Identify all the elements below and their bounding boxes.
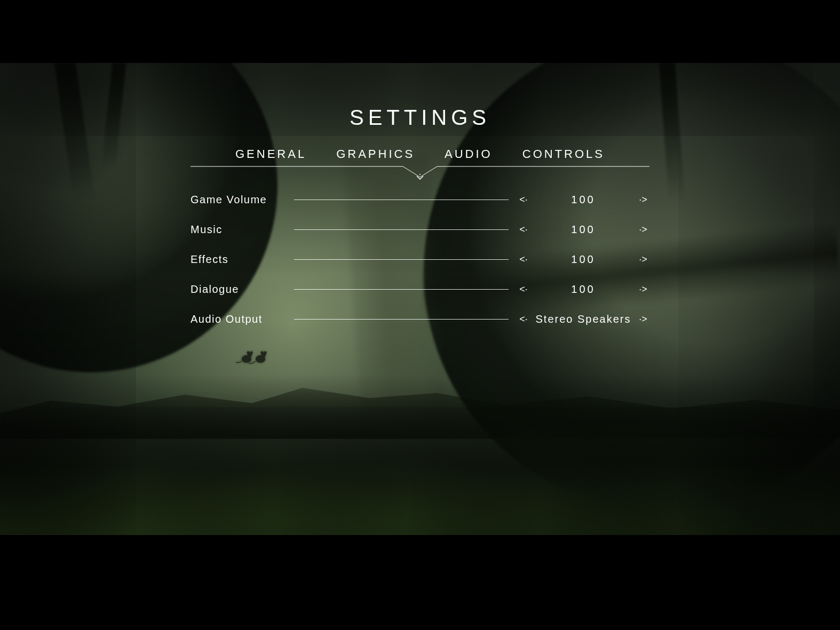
tab-graphics[interactable]: GRAPHICS: [336, 147, 415, 161]
divider-line: [294, 259, 509, 260]
music-stepper[interactable]: <· 100 ·>: [517, 223, 649, 236]
arrow-left-icon[interactable]: <·: [517, 223, 530, 236]
option-music: Music <· 100 ·>: [191, 223, 649, 236]
tabs-underline: [191, 165, 649, 180]
letterbox-top: [0, 0, 840, 63]
tabs: GENERAL GRAPHICS AUDIO CONTROLS: [191, 147, 649, 180]
divider-line: [294, 229, 509, 230]
option-game-volume: Game Volume <· 100 ·>: [191, 193, 649, 206]
option-label: Audio Output: [191, 313, 292, 325]
tab-audio[interactable]: AUDIO: [445, 147, 493, 161]
divider-line: [294, 289, 509, 290]
option-label: Effects: [191, 253, 292, 266]
tab-general[interactable]: GENERAL: [235, 147, 306, 161]
arrow-right-icon[interactable]: ·>: [637, 193, 649, 206]
svg-point-7: [264, 352, 267, 354]
option-label: Game Volume: [191, 194, 292, 206]
dialogue-stepper[interactable]: <· 100 ·>: [517, 283, 649, 296]
arrow-left-icon[interactable]: <·: [517, 313, 530, 325]
page-title: SETTINGS: [0, 106, 840, 130]
game-volume-value: 100: [551, 194, 615, 206]
option-label: Dialogue: [191, 283, 292, 296]
arrow-right-icon[interactable]: ·>: [637, 253, 649, 266]
audio-output-stepper[interactable]: <· Stereo Speakers ·>: [517, 313, 649, 325]
option-audio-output: Audio Output <· Stereo Speakers ·>: [191, 313, 649, 325]
dialogue-value: 100: [551, 283, 615, 296]
arrow-left-icon[interactable]: <·: [517, 193, 530, 206]
divider-line: [294, 200, 509, 200]
options-list: Game Volume <· 100 ·> Music <· 100 ·> Ef…: [191, 193, 649, 325]
arrow-left-icon[interactable]: <·: [517, 283, 530, 296]
letterbox-bottom: [0, 535, 840, 630]
tab-controls[interactable]: CONTROLS: [522, 147, 605, 161]
effects-stepper[interactable]: <· 100 ·>: [517, 253, 649, 266]
arrow-right-icon[interactable]: ·>: [637, 313, 649, 325]
svg-point-3: [250, 352, 253, 354]
svg-point-2: [247, 352, 250, 354]
arrow-right-icon[interactable]: ·>: [637, 283, 649, 296]
audio-output-value: Stereo Speakers: [536, 313, 631, 325]
divider-line: [294, 319, 509, 320]
effects-value: 100: [551, 253, 615, 266]
music-value: 100: [551, 224, 615, 236]
option-label: Music: [191, 224, 292, 236]
chevron-down-icon: [415, 173, 425, 184]
option-dialogue: Dialogue <· 100 ·>: [191, 283, 649, 296]
option-effects: Effects <· 100 ·>: [191, 253, 649, 266]
svg-point-6: [261, 352, 264, 354]
svg-point-8: [419, 174, 421, 175]
arrow-right-icon[interactable]: ·>: [637, 223, 649, 236]
arrow-left-icon[interactable]: <·: [517, 253, 530, 266]
mice-silhouette: [235, 343, 278, 364]
game-volume-stepper[interactable]: <· 100 ·>: [517, 193, 649, 206]
